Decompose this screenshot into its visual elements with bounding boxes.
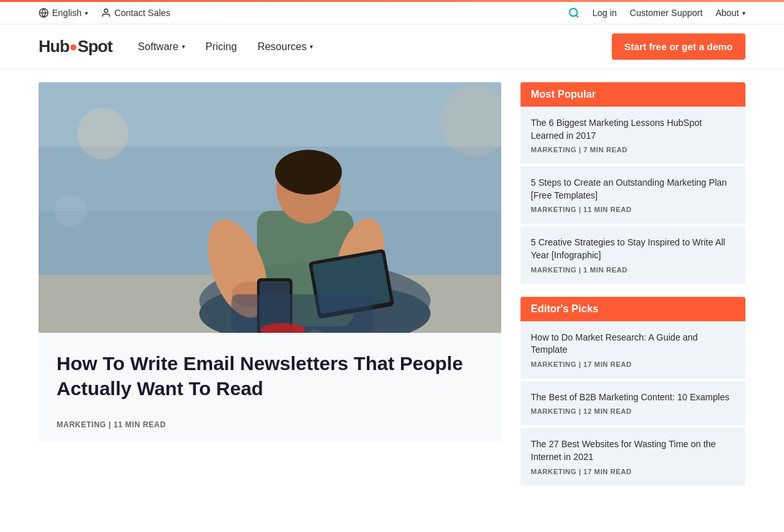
content-area: How To Write Email Newsletters That Peop… xyxy=(0,69,784,511)
resources-chevron-icon: ▾ xyxy=(310,43,313,50)
top-bar-left: English ▾ Contact Sales xyxy=(39,8,170,18)
resources-nav-link[interactable]: Resources ▾ xyxy=(258,41,313,53)
search-icon xyxy=(568,7,580,19)
editors-pick-item[interactable]: The Best of B2B Marketing Content: 10 Ex… xyxy=(521,381,745,426)
svg-point-27 xyxy=(55,195,87,227)
about-label: About xyxy=(715,8,739,18)
article-image xyxy=(39,82,501,333)
customer-support-link[interactable]: Customer Support xyxy=(630,8,703,18)
svg-point-3 xyxy=(569,8,577,16)
about-link[interactable]: About ▾ xyxy=(715,8,745,18)
contact-sales-link[interactable]: Contact Sales xyxy=(101,8,170,18)
main-article: How To Write Email Newsletters That Peop… xyxy=(39,82,501,499)
most-popular-item[interactable]: The 6 Biggest Marketing Lessons HubSpot … xyxy=(521,107,745,164)
main-nav: Hub●Spot Software ▾ Pricing Resources ▾ … xyxy=(0,24,784,69)
editors-picks-section: Editor's Picks How to Do Market Research… xyxy=(521,297,745,486)
editors-pick-item[interactable]: How to Do Market Research: A Guide and T… xyxy=(521,321,745,378)
svg-point-23 xyxy=(275,150,342,195)
article-body: How To Write Email Newsletters That Peop… xyxy=(39,333,501,442)
software-chevron-icon: ▾ xyxy=(182,43,185,50)
article-image-bg xyxy=(39,82,501,333)
about-chevron-icon: ▾ xyxy=(742,10,745,17)
sidebar-item-title: The 27 Best Websites for Wasting Time on… xyxy=(531,438,735,463)
logo-spot-text: Spot xyxy=(78,37,112,57)
sidebar-item-title: How to Do Market Research: A Guide and T… xyxy=(531,332,735,357)
most-popular-section: Most Popular The 6 Biggest Marketing Les… xyxy=(521,82,745,284)
nav-links: Software ▾ Pricing Resources ▾ xyxy=(138,41,314,53)
sidebar-item-meta: MARKETING | 1 MIN READ xyxy=(531,266,735,274)
language-selector[interactable]: English ▾ xyxy=(39,8,88,18)
sidebar-item-title: 5 Creative Strategies to Stay Inspired t… xyxy=(531,236,735,262)
cta-button[interactable]: Start free or get a demo xyxy=(612,33,745,60)
sidebar-item-meta: MARKETING | 11 MIN READ xyxy=(531,206,735,213)
person-icon xyxy=(101,8,111,18)
sidebar-item-meta: MARKETING | 12 MIN READ xyxy=(531,407,735,415)
editors-picks-list: How to Do Market Research: A Guide and T… xyxy=(521,321,745,486)
svg-line-4 xyxy=(576,15,578,17)
pricing-nav-link[interactable]: Pricing xyxy=(206,41,237,53)
logo-dot-icon: ● xyxy=(69,39,78,55)
sidebar-item-meta: MARKETING | 17 MIN READ xyxy=(531,468,735,475)
logo-text: Hub xyxy=(39,37,69,57)
pricing-label: Pricing xyxy=(206,41,237,53)
svg-point-2 xyxy=(104,9,107,12)
most-popular-item[interactable]: 5 Steps to Create an Outstanding Marketi… xyxy=(521,166,745,224)
article-illustration xyxy=(39,82,501,333)
sidebar-item-meta: MARKETING | 17 MIN READ xyxy=(531,360,735,368)
sidebar-item-meta: MARKETING | 7 MIN READ xyxy=(531,146,735,154)
most-popular-list: The 6 Biggest Marketing Lessons HubSpot … xyxy=(521,107,745,284)
customer-support-label: Customer Support xyxy=(630,8,703,18)
article-title[interactable]: How To Write Email Newsletters That Peop… xyxy=(57,351,483,401)
sidebar-item-title: The 6 Biggest Marketing Lessons HubSpot … xyxy=(531,117,735,142)
top-bar: English ▾ Contact Sales Log in Customer … xyxy=(0,2,784,24)
most-popular-item[interactable]: 5 Creative Strategies to Stay Inspired t… xyxy=(521,226,745,283)
globe-icon xyxy=(39,8,49,18)
contact-sales-label: Contact Sales xyxy=(114,8,170,18)
sidebar: Most Popular The 6 Biggest Marketing Les… xyxy=(521,82,745,499)
language-chevron-icon: ▾ xyxy=(85,10,88,17)
login-link[interactable]: Log in xyxy=(592,8,617,18)
top-bar-right: Log in Customer Support About ▾ xyxy=(568,7,745,19)
sidebar-item-title: The Best of B2B Marketing Content: 10 Ex… xyxy=(531,391,735,404)
logo[interactable]: Hub●Spot xyxy=(39,37,112,57)
sidebar-item-title: 5 Steps to Create an Outstanding Marketi… xyxy=(531,177,735,202)
login-label: Log in xyxy=(592,8,617,18)
editors-pick-item[interactable]: The 27 Best Websites for Wasting Time on… xyxy=(521,428,745,485)
most-popular-header: Most Popular xyxy=(521,82,745,107)
article-meta: MARKETING | 11 MIN READ xyxy=(57,420,483,429)
nav-left: Hub●Spot Software ▾ Pricing Resources ▾ xyxy=(39,37,313,57)
svg-point-24 xyxy=(77,108,129,159)
resources-label: Resources xyxy=(258,41,307,53)
language-label: English xyxy=(52,8,82,18)
editors-picks-header: Editor's Picks xyxy=(521,297,745,321)
software-label: Software xyxy=(138,41,179,53)
software-nav-link[interactable]: Software ▾ xyxy=(138,41,185,53)
search-button[interactable] xyxy=(568,7,580,19)
